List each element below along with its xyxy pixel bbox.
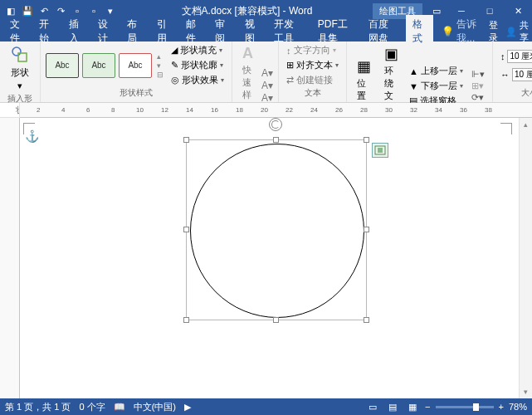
text-fill-icon[interactable]: A▾ [261,67,273,79]
position-icon: ▦ [357,57,371,76]
style-preset-2[interactable]: Abc [82,53,115,78]
resize-handle-tm[interactable] [273,137,279,143]
selection-box[interactable] [186,139,367,320]
workspace: ⚓ ▴ ▾ [0,118,532,398]
width-field[interactable]: ↔▴▾ [498,67,532,82]
group-label: 大小 [498,87,532,100]
language-indicator[interactable]: 中文(中国) [134,401,176,413]
rotate-objects-icon[interactable]: ⟳▾ [471,92,485,103]
circle-shape[interactable] [190,144,364,318]
group-insert-shape: 形状 ▾ 插入形状 [0,42,41,102]
zoom-slider[interactable] [436,406,494,408]
wrap-icon: ▣ [384,45,398,63]
chevron-down-icon: ▾ [17,81,22,91]
ribbon: 形状 ▾ 插入形状 Abc Abc Abc ▴ ▾ ⊟ ◢形状填充▾ ✎形状轮廓… [0,42,532,103]
print-layout-icon[interactable]: ▤ [385,401,400,413]
align-icon: ⊞ [286,60,294,71]
style-preset-1[interactable]: Abc [46,53,79,78]
margin-corner-tr [500,123,512,134]
zoom-level[interactable]: 78% [509,402,527,412]
effects-icon: ◎ [171,75,179,85]
shape-outline-button[interactable]: ✎形状轮廓▾ [168,58,227,72]
resize-handle-bm[interactable] [273,317,279,323]
width-input[interactable] [512,68,532,81]
backward-icon: ▼ [409,81,418,91]
ruler-corner [0,103,20,118]
share-button[interactable]: 👤共享 [505,19,529,44]
status-bar: 第 1 页，共 1 页 0 个字 📖 中文(中国) ▶ ▭ ▤ ▦ − + 78… [0,398,532,415]
link-icon: ⇄ [286,75,294,85]
group-objects-icon[interactable]: ⊞▾ [471,81,485,91]
wordart-icon: A [242,45,253,62]
rotate-handle[interactable] [269,118,282,131]
shape-fill-button[interactable]: ◢形状填充▾ [168,43,227,57]
spell-check-icon[interactable]: 📖 [114,402,125,413]
word-count[interactable]: 0 个字 [79,401,105,413]
resize-handle-ml[interactable] [183,227,189,232]
ruler-horizontal-area: 2468101214161820222426283032343638 [0,103,532,118]
height-input[interactable] [507,50,532,63]
resize-handle-mr[interactable] [364,227,369,232]
direction-icon: ↕ [286,46,291,56]
group-text: ↕文字方向▾ ⊞对齐文本▾ ⇄创建链接 文本 [279,42,347,102]
share-icon: 👤 [505,27,517,37]
style-preset-3[interactable]: Abc [119,53,152,78]
page-indicator[interactable]: 第 1 页，共 1 页 [5,401,71,413]
shapes-button[interactable]: 形状 ▾ [5,43,35,93]
ruler-horizontal[interactable]: 2468101214161820222426283032343638 [20,103,532,118]
layout-options-button[interactable] [372,143,388,158]
bulb-icon: 💡 [442,26,454,37]
svg-rect-3 [378,148,383,153]
zoom-in-button[interactable]: + [499,402,504,412]
text-direction-button[interactable]: ↕文字方向▾ [284,43,341,57]
send-backward-button[interactable]: ▼下移一层▾ [407,79,466,93]
resize-handle-tl[interactable] [183,137,189,143]
text-outline-icon[interactable]: A▾ [261,80,273,91]
gallery-more-icon[interactable]: ⊟ [157,71,164,79]
group-arrange: ▦ 位置▾ ▣ 环绕文字▾ ▲上移一层▾ ▼下移一层▾ ▤选择窗格 ⊩▾ ⊞▾ … [347,42,493,102]
anchor-icon: ⚓ [25,129,39,143]
align-objects-icon[interactable]: ⊩▾ [471,69,485,80]
fill-icon: ◢ [171,45,178,56]
width-icon: ↔ [500,70,510,80]
outline-icon: ✎ [171,60,178,71]
shapes-icon [10,45,30,65]
zoom-out-button[interactable]: − [425,402,430,412]
sign-in-link[interactable]: 登录 [489,19,500,44]
group-size: ↕▴▾ ↔▴▾ 大小 [493,42,532,102]
resize-handle-bl[interactable] [183,317,189,323]
group-shape-styles: Abc Abc Abc ▴ ▾ ⊟ ◢形状填充▾ ✎形状轮廓▾ ◎形状效果▾ 形… [41,42,232,102]
status-right: ▭ ▤ ▦ − + 78% [365,401,527,413]
align-text-button[interactable]: ⊞对齐文本▾ [284,58,341,72]
forward-icon: ▲ [409,66,418,76]
group-label: 形状样式 [46,87,227,100]
resize-handle-br[interactable] [364,317,369,323]
web-layout-icon[interactable]: ▦ [405,401,420,413]
ribbon-tabs: 文件 开始 插入 设计 布局 引用 邮件 审阅 视图 开发工具 PDF工具集 百… [0,22,532,42]
zoom-thumb[interactable] [473,403,479,411]
bring-forward-button[interactable]: ▲上移一层▾ [407,64,466,78]
height-icon: ↕ [500,51,505,61]
text-effects-icon[interactable]: A▾ [261,92,273,104]
scroll-track[interactable] [520,131,532,385]
gallery-down-icon[interactable]: ▾ [157,61,164,70]
scroll-up-icon[interactable]: ▴ [520,118,532,131]
shape-effects-button[interactable]: ◎形状效果▾ [168,73,227,87]
group-wordart: A 快速样式 ▾ A▾ A▾ A▾ 艺术字样式 [232,42,279,102]
layout-options-icon [374,145,386,155]
scroll-down-icon[interactable]: ▾ [520,385,532,398]
gallery-up-icon[interactable]: ▴ [157,52,164,61]
height-field[interactable]: ↕▴▾ [498,49,532,64]
create-link-button[interactable]: ⇄创建链接 [284,73,341,87]
read-mode-icon[interactable]: ▭ [365,401,380,413]
group-label: 文本 [284,87,341,100]
macro-icon[interactable]: ▶ [184,402,191,413]
vertical-scrollbar[interactable]: ▴ ▾ [519,118,532,398]
svg-point-0 [12,47,21,56]
document-canvas[interactable]: ⚓ [20,118,519,398]
ruler-vertical[interactable] [0,118,20,398]
resize-handle-tr[interactable] [364,137,369,143]
